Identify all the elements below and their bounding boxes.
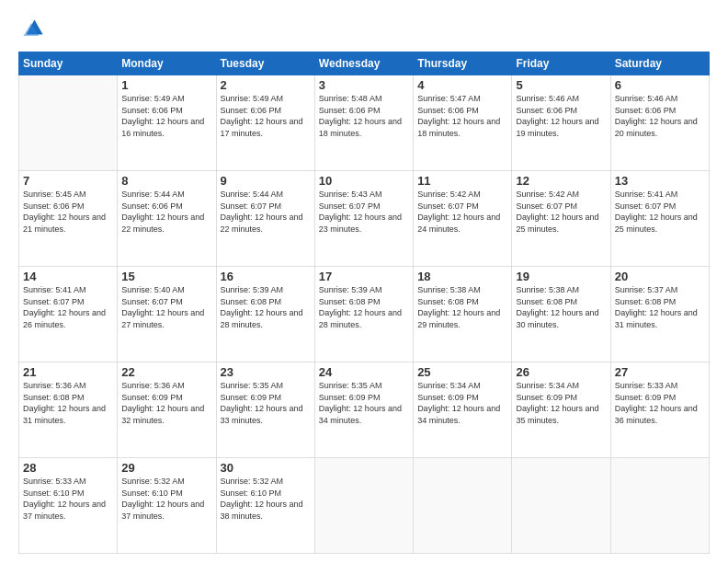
weekday-header-wednesday: Wednesday	[314, 52, 413, 75]
calendar-cell: 12 Sunrise: 5:42 AM Sunset: 6:07 PM Dayl…	[512, 171, 610, 267]
day-info: Sunrise: 5:39 AM Sunset: 6:08 PM Dayligh…	[221, 284, 311, 330]
calendar-cell	[19, 75, 118, 171]
day-info: Sunrise: 5:34 AM Sunset: 6:09 PM Dayligh…	[516, 380, 606, 426]
calendar-cell: 18 Sunrise: 5:38 AM Sunset: 6:08 PM Dayl…	[414, 267, 512, 362]
week-row-0: 1 Sunrise: 5:49 AM Sunset: 6:06 PM Dayli…	[19, 75, 710, 171]
weekday-header-sunday: Sunday	[19, 52, 118, 75]
calendar-cell: 19 Sunrise: 5:38 AM Sunset: 6:08 PM Dayl…	[512, 267, 610, 362]
day-info: Sunrise: 5:43 AM Sunset: 6:07 PM Dayligh…	[319, 189, 409, 235]
calendar-body: 1 Sunrise: 5:49 AM Sunset: 6:06 PM Dayli…	[19, 75, 710, 554]
day-info: Sunrise: 5:34 AM Sunset: 6:09 PM Dayligh…	[417, 380, 507, 426]
day-info: Sunrise: 5:44 AM Sunset: 6:07 PM Dayligh…	[221, 189, 311, 235]
calendar-cell: 6 Sunrise: 5:46 AM Sunset: 6:06 PM Dayli…	[610, 75, 709, 171]
header	[18, 17, 710, 42]
weekday-header-row: SundayMondayTuesdayWednesdayThursdayFrid…	[19, 52, 710, 75]
day-info: Sunrise: 5:33 AM Sunset: 6:10 PM Dayligh…	[23, 476, 113, 522]
calendar-cell: 10 Sunrise: 5:43 AM Sunset: 6:07 PM Dayl…	[314, 171, 413, 267]
day-number: 14	[23, 270, 113, 283]
week-row-3: 21 Sunrise: 5:36 AM Sunset: 6:08 PM Dayl…	[19, 362, 710, 458]
calendar-cell	[314, 458, 413, 554]
calendar-cell: 23 Sunrise: 5:35 AM Sunset: 6:09 PM Dayl…	[216, 362, 314, 458]
weekday-header-friday: Friday	[512, 52, 610, 75]
day-number: 29	[121, 461, 211, 475]
day-number: 23	[221, 365, 311, 379]
day-info: Sunrise: 5:42 AM Sunset: 6:07 PM Dayligh…	[417, 189, 507, 235]
calendar-cell	[414, 458, 512, 554]
day-number: 17	[319, 270, 409, 283]
day-info: Sunrise: 5:40 AM Sunset: 6:07 PM Dayligh…	[121, 284, 211, 330]
day-number: 28	[23, 461, 113, 475]
calendar-cell: 2 Sunrise: 5:49 AM Sunset: 6:06 PM Dayli…	[216, 75, 314, 171]
weekday-header-tuesday: Tuesday	[216, 52, 314, 75]
week-row-4: 28 Sunrise: 5:33 AM Sunset: 6:10 PM Dayl…	[19, 458, 710, 554]
day-info: Sunrise: 5:32 AM Sunset: 6:10 PM Dayligh…	[121, 476, 211, 522]
day-number: 4	[417, 78, 507, 92]
calendar-cell: 28 Sunrise: 5:33 AM Sunset: 6:10 PM Dayl…	[19, 458, 118, 554]
day-info: Sunrise: 5:36 AM Sunset: 6:09 PM Dayligh…	[121, 380, 211, 426]
day-number: 15	[121, 270, 211, 283]
calendar-cell: 26 Sunrise: 5:34 AM Sunset: 6:09 PM Dayl…	[512, 362, 610, 458]
day-number: 11	[417, 174, 507, 188]
calendar-cell: 30 Sunrise: 5:32 AM Sunset: 6:10 PM Dayl…	[216, 458, 314, 554]
week-row-2: 14 Sunrise: 5:41 AM Sunset: 6:07 PM Dayl…	[19, 267, 710, 362]
calendar-cell: 4 Sunrise: 5:47 AM Sunset: 6:06 PM Dayli…	[414, 75, 512, 171]
calendar-cell: 22 Sunrise: 5:36 AM Sunset: 6:09 PM Dayl…	[118, 362, 216, 458]
day-number: 21	[23, 365, 113, 379]
day-number: 26	[516, 365, 606, 379]
day-number: 5	[516, 78, 606, 92]
calendar-cell: 29 Sunrise: 5:32 AM Sunset: 6:10 PM Dayl…	[118, 458, 216, 554]
calendar-cell: 21 Sunrise: 5:36 AM Sunset: 6:08 PM Dayl…	[19, 362, 118, 458]
day-number: 27	[615, 365, 705, 379]
calendar-cell: 8 Sunrise: 5:44 AM Sunset: 6:06 PM Dayli…	[118, 171, 216, 267]
logo-icon	[18, 17, 44, 42]
day-info: Sunrise: 5:33 AM Sunset: 6:09 PM Dayligh…	[615, 380, 705, 426]
day-info: Sunrise: 5:35 AM Sunset: 6:09 PM Dayligh…	[221, 380, 311, 426]
calendar-cell: 27 Sunrise: 5:33 AM Sunset: 6:09 PM Dayl…	[610, 362, 709, 458]
day-info: Sunrise: 5:46 AM Sunset: 6:06 PM Dayligh…	[516, 93, 606, 139]
day-number: 9	[221, 174, 311, 188]
calendar-cell: 15 Sunrise: 5:40 AM Sunset: 6:07 PM Dayl…	[118, 267, 216, 362]
calendar-cell: 16 Sunrise: 5:39 AM Sunset: 6:08 PM Dayl…	[216, 267, 314, 362]
day-info: Sunrise: 5:45 AM Sunset: 6:06 PM Dayligh…	[23, 189, 113, 235]
calendar-cell: 9 Sunrise: 5:44 AM Sunset: 6:07 PM Dayli…	[216, 171, 314, 267]
weekday-header-thursday: Thursday	[414, 52, 512, 75]
day-info: Sunrise: 5:42 AM Sunset: 6:07 PM Dayligh…	[516, 189, 606, 235]
day-number: 7	[23, 174, 113, 188]
day-number: 8	[121, 174, 211, 188]
day-number: 12	[516, 174, 606, 188]
calendar-cell	[512, 458, 610, 554]
calendar-table: SundayMondayTuesdayWednesdayThursdayFrid…	[18, 52, 710, 554]
calendar-cell	[610, 458, 709, 554]
weekday-header-saturday: Saturday	[610, 52, 709, 75]
day-number: 19	[516, 270, 606, 283]
day-info: Sunrise: 5:32 AM Sunset: 6:10 PM Dayligh…	[221, 476, 311, 522]
day-number: 30	[221, 461, 311, 475]
day-info: Sunrise: 5:44 AM Sunset: 6:06 PM Dayligh…	[121, 189, 211, 235]
day-info: Sunrise: 5:38 AM Sunset: 6:08 PM Dayligh…	[516, 284, 606, 330]
calendar-cell: 20 Sunrise: 5:37 AM Sunset: 6:08 PM Dayl…	[610, 267, 709, 362]
week-row-1: 7 Sunrise: 5:45 AM Sunset: 6:06 PM Dayli…	[19, 171, 710, 267]
day-number: 13	[615, 174, 705, 188]
day-info: Sunrise: 5:39 AM Sunset: 6:08 PM Dayligh…	[319, 284, 409, 330]
calendar-cell: 24 Sunrise: 5:35 AM Sunset: 6:09 PM Dayl…	[314, 362, 413, 458]
day-info: Sunrise: 5:41 AM Sunset: 6:07 PM Dayligh…	[615, 189, 705, 235]
calendar-cell: 17 Sunrise: 5:39 AM Sunset: 6:08 PM Dayl…	[314, 267, 413, 362]
day-number: 16	[221, 270, 311, 283]
day-info: Sunrise: 5:37 AM Sunset: 6:08 PM Dayligh…	[615, 284, 705, 330]
day-number: 6	[615, 78, 705, 92]
day-info: Sunrise: 5:36 AM Sunset: 6:08 PM Dayligh…	[23, 380, 113, 426]
calendar-cell: 13 Sunrise: 5:41 AM Sunset: 6:07 PM Dayl…	[610, 171, 709, 267]
day-number: 24	[319, 365, 409, 379]
day-number: 1	[121, 78, 211, 92]
day-number: 3	[319, 78, 409, 92]
day-info: Sunrise: 5:49 AM Sunset: 6:06 PM Dayligh…	[221, 93, 311, 139]
day-number: 18	[417, 270, 507, 283]
day-info: Sunrise: 5:48 AM Sunset: 6:06 PM Dayligh…	[319, 93, 409, 139]
calendar-cell: 11 Sunrise: 5:42 AM Sunset: 6:07 PM Dayl…	[414, 171, 512, 267]
calendar-cell: 3 Sunrise: 5:48 AM Sunset: 6:06 PM Dayli…	[314, 75, 413, 171]
day-info: Sunrise: 5:41 AM Sunset: 6:07 PM Dayligh…	[23, 284, 113, 330]
calendar-cell: 14 Sunrise: 5:41 AM Sunset: 6:07 PM Dayl…	[19, 267, 118, 362]
day-number: 2	[221, 78, 311, 92]
logo	[18, 17, 46, 42]
day-info: Sunrise: 5:46 AM Sunset: 6:06 PM Dayligh…	[615, 93, 705, 139]
